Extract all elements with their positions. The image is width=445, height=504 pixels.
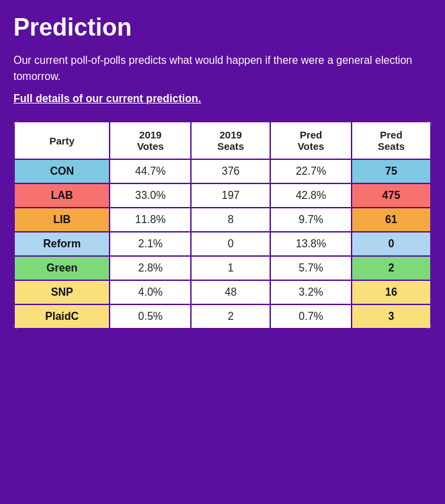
- pred-seats-cell: 16: [352, 280, 431, 304]
- table-row: Green 2.8% 1 5.7% 2: [14, 256, 431, 280]
- seats-2019-cell: 2: [191, 304, 270, 329]
- col-header-pred-votes: PredVotes: [270, 122, 352, 159]
- votes-2019-cell: 11.8%: [110, 208, 191, 232]
- table-row: LIB 11.8% 8 9.7% 61: [14, 208, 431, 232]
- seats-2019-cell: 376: [191, 159, 270, 183]
- pred-seats-cell: 0: [352, 232, 431, 256]
- col-header-party: Party: [14, 122, 110, 159]
- col-header-seats-2019: 2019Seats: [191, 122, 270, 159]
- votes-2019-cell: 2.8%: [110, 256, 191, 280]
- votes-2019-cell: 4.0%: [110, 280, 191, 304]
- full-details-link[interactable]: Full details: [13, 93, 70, 104]
- table-row: CON 44.7% 376 22.7% 75: [14, 159, 431, 183]
- description-text: Our current poll-of-polls predicts what …: [13, 52, 432, 85]
- pred-seats-cell: 475: [352, 183, 431, 208]
- party-name-cell: LIB: [14, 208, 110, 232]
- full-details-paragraph: Full details of our current prediction.: [13, 93, 432, 105]
- party-name-cell: LAB: [14, 183, 110, 208]
- pred-seats-cell: 75: [352, 159, 431, 183]
- party-name-cell: Reform: [14, 232, 110, 256]
- party-name-cell: SNP: [14, 280, 110, 304]
- pred-votes-cell: 3.2%: [270, 280, 352, 304]
- pred-votes-cell: 9.7%: [270, 208, 352, 232]
- seats-2019-cell: 197: [191, 183, 270, 208]
- votes-2019-cell: 33.0%: [110, 183, 191, 208]
- votes-2019-cell: 0.5%: [110, 304, 191, 329]
- votes-2019-cell: 2.1%: [110, 232, 191, 256]
- party-name-cell: CON: [14, 159, 110, 183]
- pred-seats-cell: 2: [352, 256, 431, 280]
- seats-2019-cell: 0: [191, 232, 270, 256]
- pred-seats-cell: 3: [352, 304, 431, 329]
- pred-seats-cell: 61: [352, 208, 431, 232]
- table-row: SNP 4.0% 48 3.2% 16: [14, 280, 431, 304]
- party-name-cell: PlaidC: [14, 304, 110, 329]
- seats-2019-cell: 48: [191, 280, 270, 304]
- votes-2019-cell: 44.7%: [110, 159, 191, 183]
- table-row: Reform 2.1% 0 13.8% 0: [14, 232, 431, 256]
- page-title: Prediction: [13, 13, 432, 42]
- full-details-suffix: of our current prediction.: [70, 93, 202, 104]
- col-header-pred-seats: PredSeats: [352, 122, 431, 159]
- table-row: LAB 33.0% 197 42.8% 475: [14, 183, 431, 208]
- pred-votes-cell: 5.7%: [270, 256, 352, 280]
- seats-2019-cell: 1: [191, 256, 270, 280]
- pred-votes-cell: 22.7%: [270, 159, 352, 183]
- party-name-cell: Green: [14, 256, 110, 280]
- pred-votes-cell: 0.7%: [270, 304, 352, 329]
- prediction-table: Party 2019Votes 2019Seats PredVotes Pred…: [13, 121, 432, 329]
- table-row: PlaidC 0.5% 2 0.7% 3: [14, 304, 431, 329]
- pred-votes-cell: 42.8%: [270, 183, 352, 208]
- pred-votes-cell: 13.8%: [270, 232, 352, 256]
- col-header-votes-2019: 2019Votes: [110, 122, 191, 159]
- seats-2019-cell: 8: [191, 208, 270, 232]
